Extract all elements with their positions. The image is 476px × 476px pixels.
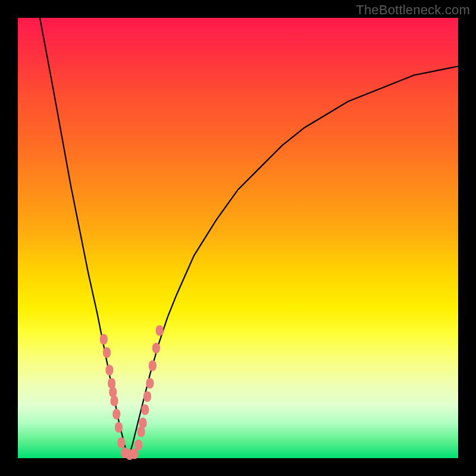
watermark-text: TheBottleneck.com: [356, 2, 470, 18]
marker: [149, 361, 156, 371]
marker: [141, 405, 149, 415]
marker: [139, 418, 147, 428]
curve-path: [40, 18, 458, 458]
marker: [134, 440, 142, 450]
curve-layer: [18, 18, 458, 458]
marker: [146, 378, 154, 389]
chart-frame: TheBottleneck.com: [0, 0, 476, 476]
marker: [112, 409, 120, 419]
marker: [117, 437, 125, 448]
marker: [152, 343, 160, 353]
marker: [100, 334, 108, 345]
marker-cluster: [100, 325, 164, 460]
marker: [115, 422, 123, 433]
marker: [105, 365, 113, 375]
marker: [111, 396, 118, 406]
plot-area: [18, 18, 458, 458]
marker: [143, 391, 151, 402]
marker: [103, 347, 111, 358]
marker: [156, 325, 164, 336]
bottleneck-curve: [40, 18, 458, 458]
